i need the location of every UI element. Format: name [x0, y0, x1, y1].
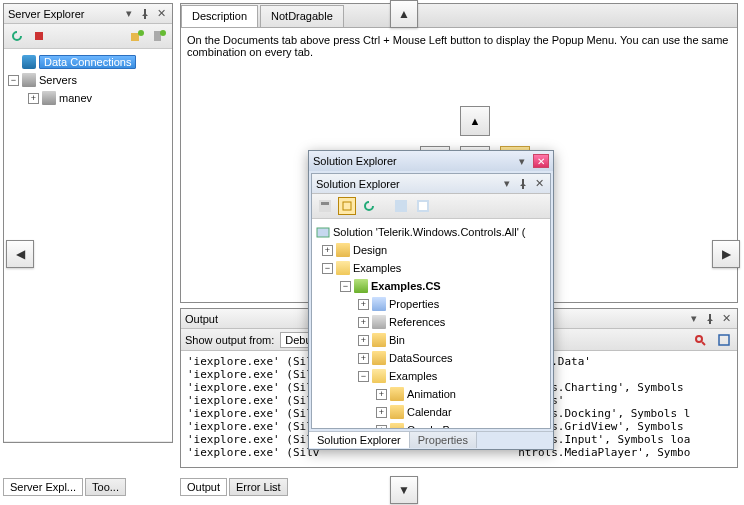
add-server-icon[interactable]: [150, 27, 168, 45]
server-icon: [22, 73, 36, 87]
tree-node-combobox[interactable]: +ComboBox: [314, 421, 548, 428]
tree-node-properties[interactable]: +Properties: [314, 295, 548, 313]
collapse-icon[interactable]: −: [8, 75, 19, 86]
tree-node-servers[interactable]: − Servers: [6, 71, 170, 89]
dock-bottom-icon[interactable]: ▼: [390, 476, 418, 504]
tab-label: NotDragable: [271, 10, 333, 22]
collapse-icon[interactable]: −: [322, 263, 333, 274]
chevron-down-icon[interactable]: ▾: [687, 312, 701, 326]
tree-node-solution[interactable]: Solution 'Telerik.Windows.Controls.All' …: [314, 223, 548, 241]
server-explorer-panel: Server Explorer ▾ ✕ Data Connections − S…: [3, 3, 173, 443]
output-tabstrip: Output Error List: [180, 476, 288, 498]
tree-label: Data Connections: [39, 55, 136, 69]
tree-label: Servers: [39, 74, 77, 86]
svg-rect-9: [321, 202, 329, 205]
dock-left-icon[interactable]: ◀: [6, 240, 34, 268]
tab-output[interactable]: Output: [180, 478, 227, 496]
show-all-icon[interactable]: [338, 197, 356, 215]
close-icon[interactable]: ✕: [154, 7, 168, 21]
properties-icon[interactable]: [316, 197, 334, 215]
refresh-icon[interactable]: [8, 27, 26, 45]
tree-node-animation[interactable]: +Animation: [314, 385, 548, 403]
expand-icon[interactable]: +: [28, 93, 39, 104]
folder-open-icon: [372, 369, 386, 383]
folder-icon: [390, 405, 404, 419]
connect-db-icon[interactable]: [128, 27, 146, 45]
solution-icon: [316, 225, 330, 239]
tree-label: References: [389, 316, 445, 328]
tree-node-examples-cs[interactable]: −Examples.CS: [314, 277, 548, 295]
tab-server-explorer[interactable]: Server Expl...: [3, 478, 83, 496]
expand-icon[interactable]: +: [358, 353, 369, 364]
svg-point-2: [138, 30, 144, 36]
solution-explorer-window-titlebar[interactable]: Solution Explorer ▾ ✕: [309, 151, 553, 171]
tree-label: Calendar: [407, 406, 452, 418]
svg-rect-14: [419, 202, 427, 210]
chevron-down-icon[interactable]: ▾: [122, 7, 136, 21]
compass-up-icon[interactable]: ▲: [460, 106, 490, 136]
solution-explorer-window[interactable]: Solution Explorer ▾ ✕ Solution Explorer …: [308, 150, 554, 450]
refresh-icon[interactable]: [360, 197, 378, 215]
close-icon[interactable]: ✕: [532, 177, 546, 191]
tab-notdragable[interactable]: NotDragable: [260, 5, 344, 27]
tab-error-list[interactable]: Error List: [229, 478, 288, 496]
tree-node-examples-folder[interactable]: −Examples: [314, 367, 548, 385]
tree-node-manev[interactable]: + manev: [6, 89, 170, 107]
expand-icon[interactable]: +: [376, 407, 387, 418]
expand-icon[interactable]: +: [376, 425, 387, 429]
expand-icon[interactable]: +: [358, 335, 369, 346]
close-icon[interactable]: ✕: [719, 312, 733, 326]
tree-node-calendar[interactable]: +Calendar: [314, 403, 548, 421]
document-text: On the Documents tab above press Ctrl + …: [187, 34, 728, 58]
tree-label: Examples: [353, 262, 401, 274]
tab-toolbox[interactable]: Too...: [85, 478, 126, 496]
dock-top-icon[interactable]: ▲: [390, 0, 418, 28]
svg-line-6: [702, 342, 705, 345]
chevron-down-icon[interactable]: ▾: [515, 154, 529, 168]
server-explorer-titlebar[interactable]: Server Explorer ▾ ✕: [4, 4, 172, 24]
view-code-icon[interactable]: [392, 197, 410, 215]
tab-solution-explorer[interactable]: Solution Explorer: [309, 432, 410, 448]
stop-icon[interactable]: [30, 27, 48, 45]
folder-open-icon: [336, 261, 350, 275]
expand-icon[interactable]: +: [322, 245, 333, 256]
pin-icon[interactable]: [138, 7, 152, 21]
solution-explorer-titlebar[interactable]: Solution Explorer ▾ ✕: [312, 174, 550, 194]
pin-icon[interactable]: [703, 312, 717, 326]
expand-icon[interactable]: +: [376, 389, 387, 400]
view-designer-icon[interactable]: [414, 197, 432, 215]
expand-icon[interactable]: +: [358, 317, 369, 328]
tab-label: Error List: [236, 481, 281, 493]
tab-description[interactable]: Description: [181, 5, 258, 27]
tab-label: Output: [187, 481, 220, 493]
chevron-down-icon[interactable]: ▾: [500, 177, 514, 191]
tree-node-bin[interactable]: +Bin: [314, 331, 548, 349]
tree-node-examples[interactable]: −Examples: [314, 259, 548, 277]
dock-right-icon[interactable]: ▶: [712, 240, 740, 268]
tab-properties[interactable]: Properties: [410, 432, 477, 448]
solution-explorer-inner: Solution Explorer ▾ ✕ Solution 'Telerik.…: [311, 173, 551, 429]
solution-explorer-bottom-tabs: Solution Explorer Properties: [309, 431, 553, 448]
collapse-icon[interactable]: −: [340, 281, 351, 292]
close-icon[interactable]: ✕: [533, 154, 549, 168]
database-icon: [22, 55, 36, 69]
pin-icon[interactable]: [516, 177, 530, 191]
toggle-icon[interactable]: [715, 331, 733, 349]
folder-icon: [390, 423, 404, 428]
find-icon[interactable]: [691, 331, 709, 349]
tree-label: ComboBox: [407, 424, 461, 428]
expand-icon[interactable]: +: [358, 299, 369, 310]
tree-node-data-connections[interactable]: Data Connections: [6, 53, 170, 71]
tree-node-design[interactable]: +Design: [314, 241, 548, 259]
collapse-icon[interactable]: −: [358, 371, 369, 382]
tree-node-references[interactable]: +References: [314, 313, 548, 331]
tree-label: DataSources: [389, 352, 453, 364]
folder-icon: [372, 351, 386, 365]
svg-point-5: [696, 336, 702, 342]
tab-label: Solution Explorer: [317, 434, 401, 446]
tree-node-datasources[interactable]: +DataSources: [314, 349, 548, 367]
document-tabs: Description NotDragable: [181, 4, 737, 28]
svg-rect-12: [395, 200, 407, 212]
tab-label: Description: [192, 10, 247, 22]
tree-label: Bin: [389, 334, 405, 346]
